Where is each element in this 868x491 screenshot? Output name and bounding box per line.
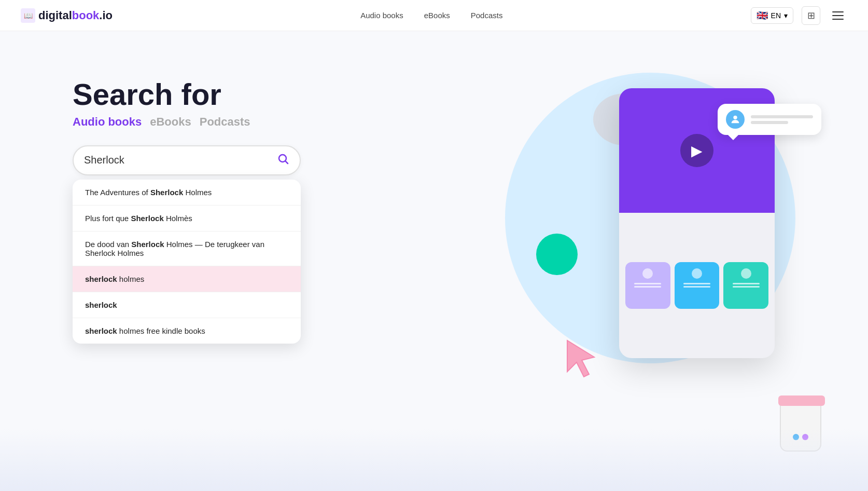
mini-line xyxy=(733,283,760,284)
hamburger-menu[interactable] xyxy=(829,6,847,25)
chat-line xyxy=(751,115,813,118)
mini-line xyxy=(634,286,661,288)
mini-line xyxy=(683,286,710,288)
logo-icon: 📖 xyxy=(21,8,35,23)
search-dropdown: The Adventures of Sherlock Holmes Plus f… xyxy=(73,180,301,344)
grid-icon-button[interactable]: ⊞ xyxy=(802,6,820,25)
bottom-wave xyxy=(0,429,868,491)
play-icon: ▶ xyxy=(691,142,703,159)
chat-line-short xyxy=(751,121,788,124)
mini-card-teal xyxy=(723,262,768,309)
dropdown-item[interactable]: Plus fort que Sherlock Holmès xyxy=(73,206,301,231)
nav-audio-books[interactable]: Audio books xyxy=(360,11,403,20)
mini-lines xyxy=(733,283,760,288)
dropdown-item[interactable]: sherlock holmes free kindle books xyxy=(73,318,301,344)
lang-code: EN xyxy=(771,11,781,20)
chat-avatar xyxy=(726,110,745,129)
mini-lines xyxy=(634,283,661,288)
main-content: Search for Audio books eBooks Podcasts xyxy=(0,31,868,491)
language-selector[interactable]: 🇬🇧 EN ▾ xyxy=(751,7,793,24)
left-section: Search for Audio books eBooks Podcasts xyxy=(73,62,363,175)
chevron-down-icon: ▾ xyxy=(784,11,788,20)
sublabel-ebooks: eBooks xyxy=(150,115,191,129)
hamburger-line xyxy=(832,19,844,20)
sublabel-podcasts: Podcasts xyxy=(200,115,250,129)
mini-line xyxy=(733,286,760,288)
chat-lines xyxy=(751,115,813,124)
nav-podcasts[interactable]: Podcasts xyxy=(471,11,503,20)
sublabel-audio: Audio books xyxy=(73,115,142,129)
nav-links: Audio books eBooks Podcasts xyxy=(360,11,502,20)
grid-icon: ⊞ xyxy=(807,10,815,21)
navbar: 📖 digitalbook.io Audio books eBooks Podc… xyxy=(0,0,868,31)
mini-card-blue xyxy=(675,262,720,309)
phone-grid xyxy=(619,213,775,358)
flag-icon: 🇬🇧 xyxy=(757,10,768,21)
search-input[interactable] xyxy=(84,154,277,166)
hero-heading: Search for xyxy=(73,78,363,111)
logo-text: digitalbook.io xyxy=(38,9,113,22)
mini-dot xyxy=(642,268,653,279)
right-illustration: ▶ xyxy=(384,62,827,467)
logo[interactable]: 📖 digitalbook.io xyxy=(21,8,113,23)
bg-circle-green xyxy=(536,234,578,275)
search-container: The Adventures of Sherlock Holmes Plus f… xyxy=(73,145,301,175)
search-button[interactable] xyxy=(277,153,289,168)
dropdown-item[interactable]: sherlock xyxy=(73,292,301,318)
svg-marker-3 xyxy=(567,340,594,377)
nav-right: 🇬🇧 EN ▾ ⊞ xyxy=(751,6,847,25)
hamburger-line xyxy=(832,15,844,16)
search-input-wrapper xyxy=(73,145,301,175)
dropdown-item[interactable]: The Adventures of Sherlock Holmes xyxy=(73,180,301,206)
cup-lid xyxy=(778,395,825,406)
dropdown-item[interactable]: De dood van Sherlock Holmes — De terugke… xyxy=(73,231,301,266)
chat-bubble xyxy=(718,104,821,135)
dropdown-item-highlighted[interactable]: sherlock holmes xyxy=(73,266,301,292)
mini-line xyxy=(683,283,710,284)
mini-card-purple xyxy=(625,262,670,309)
svg-point-2 xyxy=(733,116,737,119)
svg-line-1 xyxy=(286,161,288,163)
cursor-icon xyxy=(562,335,598,384)
mini-line xyxy=(634,283,661,284)
play-button: ▶ xyxy=(680,134,713,167)
mini-dot xyxy=(741,268,751,279)
search-icon xyxy=(277,153,289,168)
hero-sublabels: Audio books eBooks Podcasts xyxy=(73,115,363,129)
hamburger-line xyxy=(832,11,844,12)
nav-ebooks[interactable]: eBooks xyxy=(424,11,450,20)
mini-lines xyxy=(683,283,710,288)
mini-dot xyxy=(692,268,702,279)
